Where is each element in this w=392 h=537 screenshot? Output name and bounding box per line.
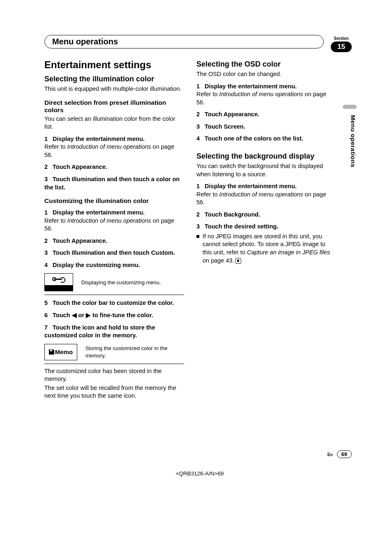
custom-step-7: 7Touch the icon and hold to store the cu… <box>44 324 184 340</box>
wrench-caption: Displaying the customizing menu. <box>81 279 161 286</box>
custom-step-5-text: Touch the color bar to customize the col… <box>53 300 174 306</box>
wrench-icon-box <box>44 273 73 291</box>
bg-step-1-text: Display the entertainment menu. <box>205 183 297 189</box>
custom-step-7-text: Touch the icon and hold to store the cus… <box>44 324 155 339</box>
left-column: Entertainment settings Selecting the ill… <box>44 59 184 401</box>
ref-italic: Introduction of menu operations <box>67 143 151 150</box>
bg-step-2-text: Touch Background. <box>205 211 260 218</box>
memo-row: Memo Storing the customized color in the… <box>44 344 184 364</box>
footer-lang: En <box>327 452 333 457</box>
direct-step-3: 3Touch Illumination and then touch a col… <box>44 175 184 191</box>
custom-step-1: 1Display the entertainment menu. <box>44 209 184 217</box>
bg-note-text: If no JPEG images are stored in this uni… <box>203 233 336 265</box>
entertainment-heading: Entertainment settings <box>44 59 184 71</box>
note-i: Capture an image in JPEG files <box>247 249 330 256</box>
custom-step-2: 2Touch Appearance. <box>44 237 184 245</box>
custom-after-1: The customized color has been stored in … <box>44 367 184 383</box>
header-title: Menu operations <box>52 37 316 46</box>
direct-step-2: 2Touch Appearance. <box>44 163 184 171</box>
custom-after-2: The set color will be recalled from the … <box>44 384 184 400</box>
osd-step-4-text: Touch one of the colors on the list. <box>205 135 303 142</box>
bg-step-2: 2Touch Background. <box>196 211 336 219</box>
ref-italic: Introduction of menu operations <box>67 217 151 224</box>
ref-text: Refer to <box>196 91 219 97</box>
footer-page: 69 <box>337 450 352 458</box>
custom-step-6: 6Touch ◀ or ▶ to fine-tune the color. <box>44 311 184 320</box>
doc-code: <QRB3126-A/N>69 <box>44 470 355 477</box>
direct-step-1: 1Display the entertainment menu. <box>44 135 184 143</box>
custom-step-3-text: Touch Illumination and then touch Custom… <box>53 249 175 256</box>
custom-step-3: 3Touch Illumination and then touch Custo… <box>44 249 184 257</box>
save-icon <box>49 349 54 355</box>
osd-heading: Selecting the OSD color <box>196 60 336 69</box>
ref-italic: Introduction of menu operations <box>219 91 303 97</box>
side-tab-marker <box>343 105 357 109</box>
direct-step-3-text: Touch Illumination and then touch a colo… <box>44 176 180 191</box>
custom-step-4: 4Display the customizing menu. <box>44 261 184 270</box>
memo-caption: Storing the customized color in the memo… <box>85 345 184 359</box>
osd-step-1: 1Display the entertainment menu. <box>196 83 336 91</box>
memo-label: Memo <box>55 348 73 355</box>
custom-step-5: 5Touch the color bar to customize the co… <box>44 299 184 307</box>
wrench-icon <box>52 277 65 281</box>
custom-heading: Customizing the illumination color <box>44 197 184 205</box>
end-mark-icon <box>235 258 241 264</box>
direct-intro: You can select an illumination color fro… <box>44 115 184 131</box>
bullet-icon <box>196 235 199 238</box>
custom-step-6-text: Touch ◀ or ▶ to fine-tune the color. <box>53 312 153 318</box>
ref-text: Refer to <box>44 217 67 224</box>
osd-step-3-text: Touch Screen. <box>205 123 245 130</box>
header-bar: Menu operations <box>44 35 324 48</box>
osd-step-2-text: Touch Appearance. <box>205 111 259 118</box>
illumination-intro: This unit is equipped with multiple-colo… <box>44 85 184 93</box>
custom-step-1-ref: Refer to Introduction of menu operations… <box>44 217 184 233</box>
illumination-heading: Selecting the illumination color <box>44 75 184 83</box>
bg-note: If no JPEG images are stored in this uni… <box>196 233 336 265</box>
memo-icon-box: Memo <box>44 344 77 360</box>
direct-step-1-text: Display the entertainment menu. <box>53 136 145 142</box>
footer: En 69 <box>44 450 355 458</box>
bg-step-1-ref: Refer to Introduction of menu operations… <box>196 191 336 207</box>
section-badge: Section 15 <box>331 36 352 52</box>
osd-step-3: 3Touch Screen. <box>196 123 336 131</box>
osd-intro: The OSD color can be changed. <box>196 70 336 78</box>
bg-step-3-text: Touch the desired setting. <box>205 223 278 230</box>
bg-step-3: 3Touch the desired setting. <box>196 223 336 231</box>
osd-step-1-ref: Refer to Introduction of menu operations… <box>196 90 336 106</box>
bg-heading: Selecting the background display <box>196 152 336 161</box>
osd-step-1-text: Display the entertainment menu. <box>205 83 297 90</box>
direct-heading: Direct selection from preset illuminatio… <box>44 99 184 114</box>
right-column: Selecting the OSD color The OSD color ca… <box>196 59 336 401</box>
ref-italic: Introduction of menu operations <box>219 191 303 198</box>
side-tab-label: Menu operations <box>350 115 357 168</box>
section-label: Section <box>331 36 352 41</box>
direct-step-1-ref: Refer to Introduction of menu operations… <box>44 143 184 159</box>
bg-step-1: 1Display the entertainment menu. <box>196 182 336 191</box>
ref-text: Refer to <box>196 191 219 198</box>
bg-intro: You can switch the background that is di… <box>196 162 336 178</box>
section-number: 15 <box>331 41 352 52</box>
note-b: on page 43. <box>203 257 234 264</box>
custom-step-2-text: Touch Appearance. <box>53 237 107 244</box>
custom-step-4-text: Display the customizing menu. <box>53 262 140 268</box>
ref-text: Refer to <box>44 143 67 150</box>
osd-step-4: 4Touch one of the colors on the list. <box>196 135 336 143</box>
custom-step-1-text: Display the entertainment menu. <box>53 209 145 216</box>
osd-step-2: 2Touch Appearance. <box>196 111 336 119</box>
wrench-row: Displaying the customizing menu. <box>44 273 184 295</box>
direct-step-2-text: Touch Appearance. <box>53 164 107 170</box>
